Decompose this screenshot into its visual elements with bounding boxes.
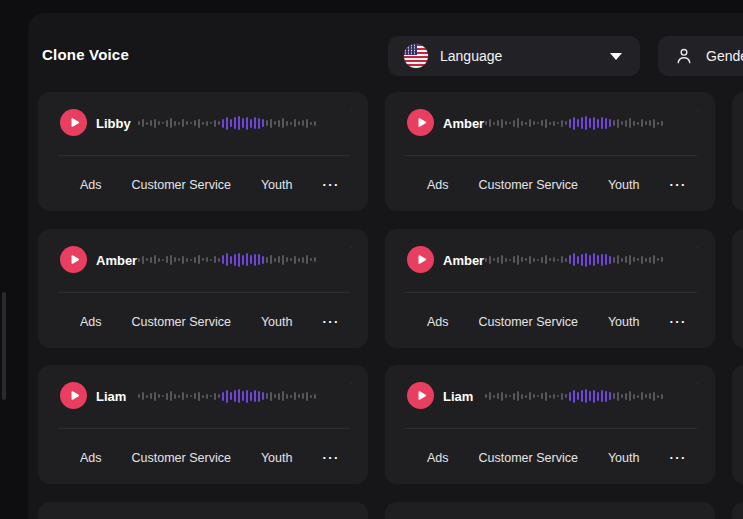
gender-dropdown[interactable]: Gender: [658, 36, 743, 76]
tag-label: Customer Service: [479, 451, 578, 465]
more-tags-button[interactable]: ···: [322, 180, 340, 190]
app-window: Clone Voice Language Gender Libby: [0, 0, 743, 519]
main-panel: Clone Voice Language Gender Libby: [28, 13, 743, 519]
waveform-bar: [162, 259, 164, 261]
waveform-bar: [242, 255, 244, 265]
voice-card[interactable]: Liam AdsCustomer ServiceYouth···: [385, 365, 715, 484]
waveform-bar: [142, 119, 144, 127]
waveform-bar: [553, 257, 555, 262]
tag-list: AdsCustomer ServiceYouth···: [427, 313, 687, 331]
waveform-bar: [625, 256, 627, 263]
waveform-bar: [541, 257, 543, 263]
waveform-bar: [278, 256, 280, 263]
tag-label: Youth: [608, 178, 640, 192]
waveform-bar: [557, 259, 559, 261]
waveform-bar: [533, 394, 535, 398]
waveform-bar: [218, 258, 220, 262]
waveform-bar: [302, 120, 304, 126]
waveform-bar: [262, 256, 264, 264]
play-button[interactable]: [60, 246, 87, 273]
waveform-bar: [573, 117, 575, 130]
waveform-bar: [158, 394, 160, 398]
waveform-bar: [194, 120, 196, 126]
waveform-bar: [226, 117, 228, 130]
waveform-bar: [306, 392, 308, 401]
us-flag-icon: [404, 44, 428, 68]
play-button[interactable]: [60, 382, 87, 409]
play-button[interactable]: [60, 109, 87, 136]
waveform-bar: [230, 119, 232, 127]
waveform-bar: [278, 120, 280, 127]
waveform-bar: [609, 119, 611, 127]
waveform-bar: [605, 391, 607, 402]
waveform-bar: [178, 395, 180, 398]
waveform-bar: [270, 392, 272, 401]
waveform-bar: [517, 118, 519, 128]
waveform-bar: [581, 390, 583, 402]
waveform: [138, 387, 318, 405]
divider: [405, 155, 697, 156]
waveform-bar: [162, 122, 164, 124]
tag-label: Youth: [261, 315, 293, 329]
waveform-bar: [609, 256, 611, 264]
waveform-bar: [154, 255, 156, 264]
play-button[interactable]: [407, 246, 434, 273]
voice-card[interactable]: Libby AdsCustomer ServiceYouth···: [38, 92, 368, 211]
divider: [58, 428, 350, 429]
more-tags-button[interactable]: ···: [322, 317, 340, 327]
more-tags-button[interactable]: ···: [669, 317, 687, 327]
waveform-bar: [266, 393, 268, 399]
voice-card[interactable]: Amber AdsCustomer ServiceYouth···: [385, 92, 715, 211]
waveform-bar: [230, 392, 232, 400]
waveform-bar: [593, 253, 595, 266]
more-tags-button[interactable]: ···: [669, 453, 687, 463]
play-button[interactable]: [407, 382, 434, 409]
waveform-bar: [142, 392, 144, 400]
waveform-bar: [569, 255, 571, 264]
waveform-bar: [206, 394, 208, 399]
more-tags-button[interactable]: ···: [322, 453, 340, 463]
voice-card-grid: Libby AdsCustomer ServiceYouth··· Amber …: [38, 92, 743, 519]
waveform-bar: [497, 120, 499, 126]
tag-list: AdsCustomer ServiceYouth···: [80, 176, 340, 194]
voice-card-partial: [732, 92, 743, 211]
waveform-bar: [146, 395, 148, 398]
waveform-bar: [513, 256, 515, 263]
waveform-bar: [613, 120, 615, 126]
waveform-bar: [298, 121, 300, 125]
waveform-bar: [150, 120, 152, 126]
voice-card[interactable]: Liam AdsCustomer ServiceYouth···: [38, 365, 368, 484]
divider: [58, 155, 350, 156]
language-dropdown[interactable]: Language: [388, 36, 640, 76]
tag-label: Customer Service: [132, 178, 231, 192]
waveform-bar: [206, 257, 208, 262]
waveform-bar: [246, 390, 248, 403]
waveform-bar: [641, 392, 643, 400]
waveform-bar: [625, 393, 627, 400]
more-tags-button[interactable]: ···: [669, 180, 687, 190]
voice-card[interactable]: Amber AdsCustomer ServiceYouth···: [38, 229, 368, 348]
tag-label: Ads: [427, 315, 449, 329]
tag-label: Ads: [427, 451, 449, 465]
tag-list: AdsCustomer ServiceYouth···: [427, 176, 687, 194]
waveform-bar: [174, 121, 176, 126]
voice-card[interactable]: Amber AdsCustomer ServiceYouth···: [385, 229, 715, 348]
waveform-bar: [314, 121, 316, 126]
waveform-bar: [182, 119, 184, 127]
waveform-bar: [613, 257, 615, 263]
waveform-bar: [210, 259, 212, 261]
play-button[interactable]: [407, 109, 434, 136]
waveform-bar: [310, 122, 312, 125]
tag-list: AdsCustomer ServiceYouth···: [80, 313, 340, 331]
language-dropdown-label: Language: [440, 48, 502, 64]
voice-name: Liam: [443, 389, 473, 404]
waveform-bar: [501, 119, 503, 128]
waveform-bar: [493, 258, 495, 261]
scrollbar-thumb[interactable]: [2, 292, 6, 400]
waveform-bar: [501, 392, 503, 401]
waveform-bar: [198, 255, 200, 264]
waveform-bar: [537, 122, 539, 124]
waveform-bar: [150, 393, 152, 399]
waveform-bar: [637, 122, 639, 125]
waveform-bar: [509, 259, 511, 261]
